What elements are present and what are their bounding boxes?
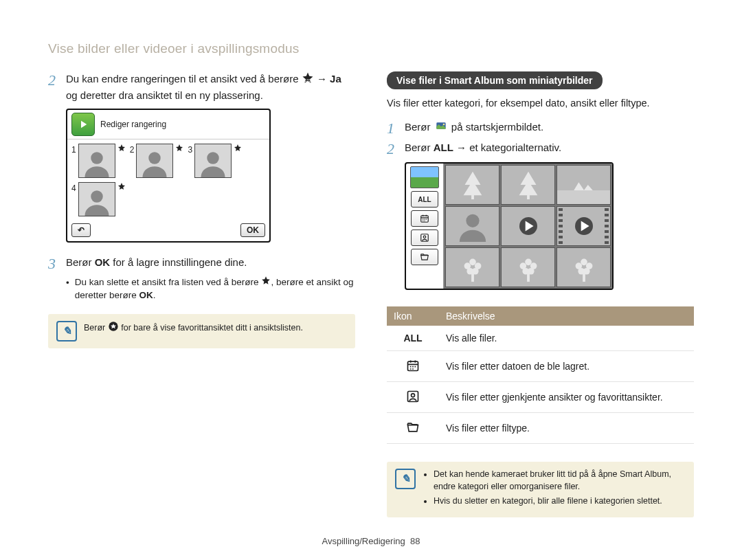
- thumb-video: [501, 206, 555, 246]
- section-heading: Vise filer i Smart Album som miniatyrbil…: [387, 71, 603, 89]
- right-column: Vise filer i Smart Album som miniatyrbil…: [387, 71, 694, 517]
- note-icon: ✎: [56, 321, 77, 341]
- table-header-desc: Beskrivelse: [439, 306, 694, 326]
- tip-text: Berør for bare å vise favorittansiktet d…: [84, 321, 303, 336]
- tip-box-right: ✎ Det kan hende kameraet bruker litt tid…: [387, 462, 694, 517]
- tip-box: ✎ Berør for bare å vise favorittansiktet…: [48, 314, 355, 348]
- note-icon: ✎: [395, 469, 416, 489]
- step-2-right-text: Berør ALL → et kategorialternativ.: [405, 140, 694, 155]
- star-icon: [117, 144, 126, 152]
- face-slot-3: 3: [188, 144, 242, 178]
- table-header-icon: Ikon: [387, 306, 439, 326]
- star-123-icon: [302, 71, 314, 88]
- face-slot-1: 1: [71, 144, 126, 178]
- thumb-person: [445, 206, 499, 246]
- step-number-2-right: 2: [387, 140, 398, 157]
- star-icon: [234, 144, 242, 152]
- sidebar-calendar-button[interactable]: [411, 210, 438, 227]
- step-3-text: Berør OK for å lagre innstillingene dine…: [66, 255, 355, 270]
- smart-album-screen: ALL: [405, 162, 614, 290]
- page-title: Vise bilder eller videoer i avspillingsm…: [48, 41, 694, 56]
- ok-button[interactable]: OK: [240, 223, 265, 237]
- step-1-right-text: Berør på startskjermbildet.: [405, 120, 694, 135]
- thumb-tree: [501, 165, 555, 205]
- thumb-flower: [501, 247, 555, 287]
- face-slot-4: 4: [71, 182, 126, 216]
- all-label-icon: ALL: [403, 333, 422, 344]
- star-icon: [175, 144, 183, 152]
- step-number-3: 3: [48, 255, 59, 271]
- star-icon: [117, 182, 126, 190]
- step-number-1-right: 1: [387, 120, 398, 136]
- back-button[interactable]: ↶: [71, 223, 91, 237]
- table-row: Vis filer etter gjenkjente ansikter og f…: [387, 382, 694, 413]
- tip-item: Hvis du sletter en kategori, blir alle f…: [434, 495, 686, 508]
- step-number-2: 2: [48, 71, 59, 88]
- tip-item: Det kan hende kameraet bruker litt tid p…: [434, 469, 686, 493]
- playback-mode-icon: [71, 113, 95, 136]
- sidebar-face-button[interactable]: [411, 229, 438, 246]
- folder-icon: [405, 420, 421, 435]
- section-intro: Vis filer etter kategori, for eksempel d…: [387, 96, 694, 110]
- sidebar-filetype-button[interactable]: [411, 249, 438, 265]
- page-footer: Avspilling/Redigering 88: [0, 536, 742, 546]
- step-2-text: Du kan endre rangeringen til et ansikt v…: [66, 71, 355, 103]
- star-circle-icon: [108, 321, 119, 336]
- icon-description-table: Ikon Beskrivelse ALL Vis alle filer. Vis…: [387, 306, 694, 444]
- thumb-mountain: [556, 165, 611, 205]
- sidebar-all-button[interactable]: ALL: [411, 191, 438, 208]
- ok-label-icon: OK: [139, 290, 153, 300]
- star-icon: [261, 276, 271, 289]
- table-row: Vis filer etter datoen de ble lagret.: [387, 351, 694, 382]
- edit-ranking-title: Rediger rangering: [100, 120, 166, 129]
- face-sq-icon: [405, 389, 421, 404]
- thumb-flower: [556, 247, 611, 287]
- sidebar-thumbnail: [410, 166, 439, 188]
- thumb-flower: [445, 247, 499, 287]
- bullet-icon: •: [66, 276, 69, 302]
- delete-face-bullet: Du kan slette et ansikt fra listen ved å…: [75, 276, 355, 302]
- ok-label-icon: OK: [95, 256, 111, 268]
- thumb-tree: [445, 165, 499, 205]
- thumb-video: [556, 206, 611, 246]
- left-column: 2 Du kan endre rangeringen til et ansikt…: [48, 71, 355, 517]
- face-slot-2: 2: [130, 144, 184, 178]
- gallery-icon: [434, 120, 449, 135]
- calendar-icon: [405, 358, 421, 373]
- edit-ranking-screen: Rediger rangering 1 2 3: [66, 109, 271, 243]
- table-row: Vis filer etter filtype.: [387, 413, 694, 444]
- table-row: ALL Vis alle filer.: [387, 326, 694, 351]
